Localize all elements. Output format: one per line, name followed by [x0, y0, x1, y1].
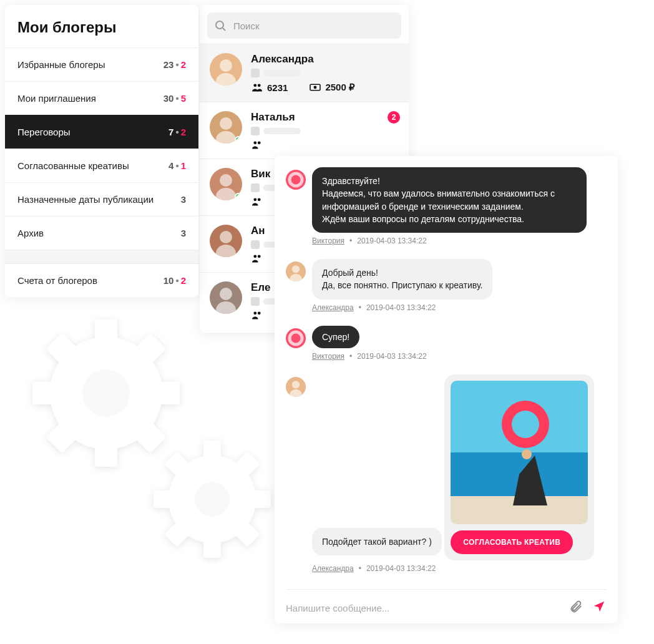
blogger-name: Александра: [251, 53, 399, 66]
sidebar-item-label: Избранные блогеры: [17, 59, 105, 70]
sidebar-spacer: [5, 250, 198, 263]
sidebar-item-2[interactable]: Переговоры7•2: [5, 115, 198, 149]
message-bubble: Добрый день!Да, все понятно. Приступаю к…: [312, 259, 492, 300]
blogger-row[interactable]: Александра 62312500 ₽: [200, 44, 409, 102]
svg-point-16: [220, 117, 232, 130]
sidebar-item-3[interactable]: Согласованные креативы4•1: [5, 149, 198, 182]
search-icon: [215, 20, 226, 31]
message-author: Александра: [312, 564, 354, 573]
avatar: [210, 281, 242, 314]
message-timestamp: 2019-04-03 13:34:22: [357, 237, 426, 245]
message-meta: Александра•2019-04-03 13:34:22: [312, 303, 607, 312]
message: Здравствуйте!Надеемся, что вам удалось в…: [286, 167, 607, 254]
sidebar-item-label: Счета от блогеров: [17, 275, 97, 286]
svg-point-21: [220, 174, 232, 187]
price-icon: [309, 82, 321, 92]
search-input[interactable]: [207, 12, 401, 39]
avatar: [210, 53, 242, 85]
svg-point-26: [220, 231, 232, 243]
unread-badge: 2: [388, 111, 400, 124]
svg-point-31: [220, 288, 232, 300]
message-bubble: Здравствуйте!Надеемся, что вам удалось в…: [312, 167, 587, 233]
message-meta: Виктория•2019-04-03 13:34:22: [312, 352, 607, 361]
chat-panel: Здравствуйте!Надеемся, что вам удалось в…: [275, 156, 618, 623]
message-bubble: Супер!: [312, 326, 359, 348]
svg-point-23: [253, 198, 256, 201]
sidebar-item-counts: 3: [181, 194, 186, 205]
svg-point-38: [292, 265, 300, 273]
svg-point-49: [512, 411, 539, 438]
svg-point-19: [258, 141, 261, 144]
svg-point-9: [220, 59, 232, 72]
sidebar-item-0[interactable]: Избранные блогеры23•2: [5, 47, 198, 81]
sidebar-item-counts: 10•2: [164, 275, 186, 286]
send-button[interactable]: [592, 600, 607, 616]
sidebar-item-counts: 30•5: [164, 93, 186, 104]
message-timestamp: 2019-04-03 13:34:22: [366, 303, 436, 312]
svg-rect-1: [95, 320, 117, 344]
followers-icon: [251, 253, 263, 263]
blogger-row[interactable]: Наталья 2: [200, 102, 409, 159]
svg-point-33: [253, 311, 256, 315]
online-dot: [235, 193, 242, 200]
svg-point-29: [258, 255, 261, 258]
sidebar-item-4[interactable]: Назначенные даты публикации3: [5, 182, 198, 216]
message-meta: Александра•2019-04-03 13:34:22: [312, 564, 607, 573]
sidebar-item-counts: 7•2: [168, 127, 186, 137]
avatar: [210, 111, 242, 144]
svg-point-24: [258, 198, 261, 201]
sidebar-item-counts: 23•2: [164, 59, 186, 70]
sidebar-item-label: Переговоры: [17, 127, 71, 137]
svg-point-2: [82, 369, 130, 417]
message-input[interactable]: [286, 603, 560, 613]
creative-card: СОГЛАСОВАТЬ КРЕАТИВ: [444, 374, 594, 560]
blogger-platform: [251, 69, 399, 77]
sidebar-item-1[interactable]: Мои приглашения30•5: [5, 81, 198, 115]
sidebar-item-counts: 4•1: [168, 160, 186, 171]
attach-button[interactable]: [569, 600, 583, 616]
message: Подойдет такой вариант? ) СОГЛАСОВАТЬ КР…: [286, 374, 607, 582]
sidebar-item-label: Мои приглашения: [17, 93, 96, 104]
message-timestamp: 2019-04-03 13:34:22: [366, 564, 436, 573]
sidebar-title: Мои блогеры: [5, 5, 198, 47]
message-author: Александра: [312, 303, 354, 312]
sidebar-item-5[interactable]: Архив3: [5, 216, 198, 250]
background-gears: [25, 312, 287, 577]
message-avatar: [286, 261, 306, 281]
sidebar-item-invoices[interactable]: Счета от блогеров 10•2: [5, 263, 198, 297]
avatar: [210, 168, 242, 200]
search-wrapper: [207, 12, 401, 39]
message: Добрый день!Да, все понятно. Приступаю к…: [286, 259, 607, 321]
sidebar-item-label: Согласованные креативы: [17, 160, 129, 171]
followers-icon: [251, 310, 263, 320]
blogger-stats: 62312500 ₽: [251, 82, 399, 93]
svg-point-50: [522, 449, 532, 459]
sidebar: Мои блогеры Избранные блогеры23•2Мои при…: [5, 5, 198, 297]
svg-point-14: [314, 86, 317, 89]
online-dot: [235, 136, 242, 144]
message-avatar: [286, 377, 306, 397]
avatar: [210, 225, 242, 257]
svg-line-7: [223, 28, 225, 31]
svg-point-18: [253, 141, 256, 144]
composer: [286, 589, 607, 616]
sidebar-item-label: Архив: [17, 228, 44, 238]
svg-point-5: [195, 482, 230, 517]
svg-point-11: [253, 84, 256, 87]
message-avatar: [286, 328, 306, 348]
followers-icon: [251, 82, 263, 92]
sidebar-item-label: Назначенные даты публикации: [17, 194, 154, 205]
svg-point-6: [216, 21, 223, 29]
message-timestamp: 2019-04-03 13:34:22: [357, 352, 426, 361]
approve-creative-button[interactable]: СОГЛАСОВАТЬ КРЕАТИВ: [451, 530, 573, 554]
sidebar-item-counts: 3: [181, 228, 186, 238]
blogger-name: Наталья: [251, 111, 399, 124]
message-author: Виктория: [312, 237, 344, 245]
message-bubble: Подойдет такой вариант? ): [312, 528, 442, 555]
message: Супер! Виктория•2019-04-03 13:34:22: [286, 326, 607, 369]
blogger-stats: [251, 140, 399, 150]
message-author: Виктория: [312, 352, 344, 361]
svg-point-12: [258, 84, 261, 87]
followers-icon: [251, 197, 263, 207]
blogger-platform: [251, 127, 399, 135]
